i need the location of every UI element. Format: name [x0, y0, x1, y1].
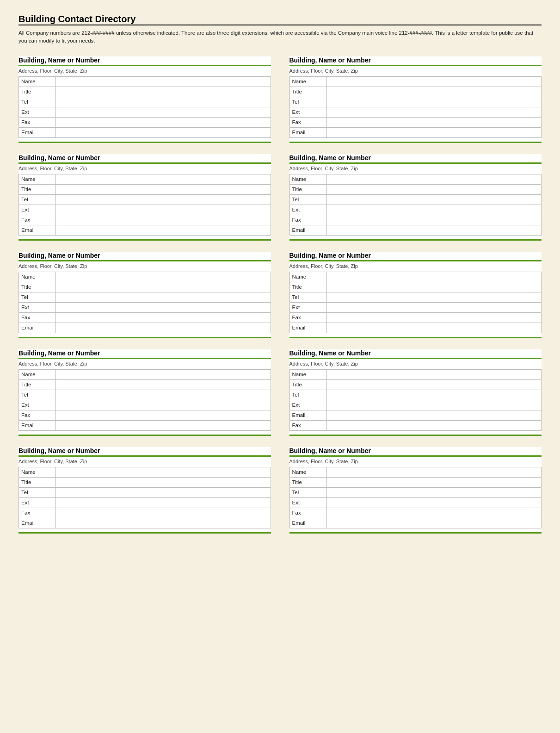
card-subtitle-9: Address, Floor, City, State, Zip	[18, 459, 271, 464]
field-value[interactable]	[326, 390, 542, 400]
field-value[interactable]	[326, 205, 542, 215]
field-value[interactable]	[56, 323, 271, 333]
field-value[interactable]	[56, 205, 271, 215]
field-value[interactable]	[56, 410, 271, 420]
card-subtitle-8: Address, Floor, City, State, Zip	[289, 361, 542, 366]
field-value[interactable]	[56, 390, 271, 400]
table-row: Email	[289, 410, 542, 420]
card-footer-7	[18, 435, 271, 436]
table-row: Title	[19, 379, 271, 390]
card-subtitle-5: Address, Floor, City, State, Zip	[18, 263, 271, 269]
field-value[interactable]	[56, 97, 271, 107]
field-value[interactable]	[56, 117, 271, 127]
table-row: Tel	[289, 292, 542, 302]
field-value[interactable]	[56, 518, 271, 528]
field-value[interactable]	[56, 184, 271, 194]
field-value[interactable]	[326, 225, 542, 235]
field-value[interactable]	[56, 487, 271, 497]
field-value[interactable]	[326, 87, 542, 97]
field-value[interactable]	[56, 312, 271, 323]
field-value[interactable]	[56, 127, 271, 137]
field-value[interactable]	[326, 97, 542, 107]
table-row: Title	[19, 87, 271, 97]
table-row: Ext	[289, 205, 542, 215]
field-label: Ext	[289, 302, 326, 312]
field-label: Tel	[19, 390, 56, 400]
field-value[interactable]	[56, 194, 271, 205]
card-footer-1	[18, 142, 271, 143]
card-footer-9	[18, 532, 271, 534]
field-value[interactable]	[56, 76, 271, 87]
field-value[interactable]	[326, 400, 542, 410]
field-value[interactable]	[326, 272, 542, 282]
table-row: Ext	[289, 497, 542, 508]
field-value[interactable]	[326, 323, 542, 333]
table-row: Name	[19, 369, 271, 379]
field-value[interactable]	[56, 400, 271, 410]
field-value[interactable]	[56, 107, 271, 117]
field-value[interactable]	[326, 410, 542, 420]
field-value[interactable]	[326, 312, 542, 323]
field-value[interactable]	[326, 174, 542, 184]
field-value[interactable]	[56, 369, 271, 379]
card-header-3: Building, Name or Number	[18, 154, 271, 164]
table-row: Title	[289, 477, 542, 487]
contact-table-5: NameTitleTelExtFaxEmail	[18, 272, 271, 333]
table-row: Ext	[19, 107, 271, 117]
field-value[interactable]	[326, 420, 542, 430]
field-value[interactable]	[56, 174, 271, 184]
field-value[interactable]	[326, 302, 542, 312]
field-value[interactable]	[326, 76, 542, 87]
field-value[interactable]	[326, 215, 542, 225]
field-value[interactable]	[56, 420, 271, 430]
table-row: Title	[289, 87, 542, 97]
field-label: Email	[289, 323, 326, 333]
field-value[interactable]	[56, 225, 271, 235]
field-value[interactable]	[56, 467, 271, 477]
field-label: Name	[289, 272, 326, 282]
field-value[interactable]	[326, 127, 542, 137]
field-value[interactable]	[326, 184, 542, 194]
field-value[interactable]	[326, 477, 542, 487]
field-value[interactable]	[326, 369, 542, 379]
table-row: Tel	[289, 487, 542, 497]
field-value[interactable]	[56, 302, 271, 312]
field-value[interactable]	[326, 497, 542, 508]
card-10: Building, Name or NumberAddress, Floor, …	[289, 447, 542, 534]
field-value[interactable]	[326, 467, 542, 477]
field-value[interactable]	[56, 215, 271, 225]
field-value[interactable]	[326, 508, 542, 518]
field-value[interactable]	[326, 117, 542, 127]
field-label: Email	[19, 420, 56, 430]
field-value[interactable]	[56, 292, 271, 302]
field-value[interactable]	[56, 379, 271, 390]
field-value[interactable]	[56, 477, 271, 487]
table-row: Ext	[289, 400, 542, 410]
table-row: Name	[289, 369, 542, 379]
field-label: Tel	[289, 487, 326, 497]
field-value[interactable]	[326, 518, 542, 528]
card-title-5: Building, Name or Number	[18, 252, 271, 259]
field-value[interactable]	[56, 282, 271, 292]
field-value[interactable]	[326, 379, 542, 390]
field-value[interactable]	[326, 487, 542, 497]
field-value[interactable]	[56, 497, 271, 508]
card-header-4: Building, Name or Number	[289, 154, 542, 164]
contact-table-9: NameTitleTelExtFaxEmail	[18, 467, 271, 528]
contact-table-6: NameTitleTelExtFaxEmail	[289, 272, 542, 333]
table-row: Fax	[19, 410, 271, 420]
field-value[interactable]	[326, 107, 542, 117]
field-label: Fax	[289, 312, 326, 323]
field-value[interactable]	[326, 194, 542, 205]
field-value[interactable]	[326, 292, 542, 302]
card-header-2: Building, Name or Number	[289, 56, 542, 66]
field-value[interactable]	[56, 272, 271, 282]
field-label: Ext	[19, 302, 56, 312]
table-row: Ext	[19, 400, 271, 410]
table-row: Email	[19, 420, 271, 430]
field-value[interactable]	[56, 87, 271, 97]
field-value[interactable]	[56, 508, 271, 518]
field-value[interactable]	[326, 282, 542, 292]
card-footer-5	[18, 337, 271, 338]
card-1: Building, Name or NumberAddress, Floor, …	[18, 56, 271, 143]
